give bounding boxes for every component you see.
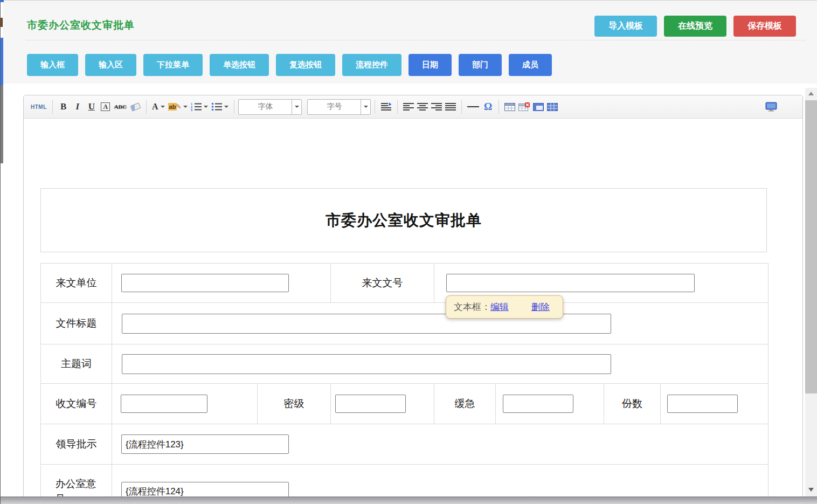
align-justify-button[interactable] <box>444 99 458 115</box>
insert-table-button[interactable] <box>503 99 517 115</box>
toolbar-separator <box>234 100 234 114</box>
scrollbar-thumb[interactable] <box>805 100 817 393</box>
chevron-down-icon <box>161 106 165 108</box>
toolbox-member-button[interactable]: 成员 <box>509 54 552 76</box>
screen-edge-artifact <box>1 85 3 163</box>
toolbox-flow-control-button[interactable]: 流程控件 <box>342 54 401 76</box>
delete-control-link[interactable]: 删除 <box>531 301 550 313</box>
toolbar-separator <box>498 100 499 114</box>
svg-text:3: 3 <box>191 108 192 111</box>
table-properties-button[interactable] <box>531 99 545 115</box>
toolbox-checkbox-button[interactable]: 复选按钮 <box>276 54 335 76</box>
unordered-list-button[interactable] <box>210 99 230 115</box>
chevron-down-icon <box>224 106 229 108</box>
align-left-button[interactable] <box>401 99 416 115</box>
table-row: 文件标题 <box>41 303 768 344</box>
chevron-down-icon <box>364 106 368 108</box>
save-template-button[interactable]: 保存模板 <box>733 16 796 37</box>
scroll-up-arrow-icon[interactable] <box>808 92 814 95</box>
align-center-icon <box>417 103 428 111</box>
online-preview-button[interactable]: 在线预览 <box>664 16 726 37</box>
delete-table-icon <box>518 102 530 111</box>
header-divider <box>26 40 806 40</box>
toolbox-date-button[interactable]: 日期 <box>408 54 452 76</box>
toolbar-separator <box>375 100 375 114</box>
doc-number-input[interactable] <box>446 274 695 292</box>
boxed-a-icon: A <box>101 102 110 111</box>
window-bottom-bar <box>0 496 817 504</box>
indent-icon <box>380 102 392 111</box>
chevron-down-icon <box>183 106 188 108</box>
security-level-input[interactable] <box>335 395 406 413</box>
ordered-list-button[interactable]: 1 2 3 <box>189 99 210 115</box>
font-size-select[interactable]: 字号 <box>307 99 371 115</box>
table-properties-icon <box>533 103 544 111</box>
character-border-button[interactable]: A <box>99 99 113 115</box>
toolbox-input-box-button[interactable]: 输入框 <box>27 54 78 76</box>
import-template-button[interactable]: 导入模板 <box>594 16 657 37</box>
eraser-icon <box>130 102 141 112</box>
security-level-label: 密级 <box>258 384 331 424</box>
security-level-cell <box>331 384 434 424</box>
remove-format-button[interactable] <box>128 99 142 115</box>
control-toolbox: 输入框 输入区 下拉菜单 单选按钮 复选按钮 流程控件 日期 部门 成员 <box>27 54 552 76</box>
copies-label: 份数 <box>604 384 661 424</box>
strikethrough-icon: ABC <box>114 103 127 110</box>
doc-title-label: 文件标题 <box>41 303 112 344</box>
select-arrow <box>361 100 370 114</box>
special-char-button[interactable]: Ω <box>481 99 495 115</box>
urgency-label: 缓急 <box>434 384 496 424</box>
chevron-down-icon <box>204 106 208 108</box>
header-panel: 市委办公室收文审批单 导入模板 在线预览 保存模板 输入框 输入区 下拉菜单 单… <box>3 2 817 84</box>
subject-input[interactable] <box>122 354 611 374</box>
doc-number-label: 来文文号 <box>331 264 434 303</box>
bold-button[interactable]: B <box>57 99 71 115</box>
vertical-scrollbar[interactable] <box>805 88 817 496</box>
toolbox-department-button[interactable]: 部门 <box>459 54 502 76</box>
copies-input[interactable] <box>667 395 738 413</box>
page-title: 市委办公室收文审批单 <box>27 18 135 32</box>
source-unit-input[interactable] <box>121 274 289 292</box>
receipt-number-input[interactable] <box>121 395 207 413</box>
toolbox-radio-button[interactable]: 单选按钮 <box>210 54 269 76</box>
html-source-icon: HTML <box>31 104 47 110</box>
toolbar-separator <box>146 100 147 114</box>
italic-button[interactable]: I <box>71 99 85 115</box>
receipt-number-cell <box>112 384 258 424</box>
approval-form-table: 来文单位 来文文号 文件标题 主题词 <box>40 263 768 504</box>
table-row: 主题词 <box>41 344 768 384</box>
cell-properties-button[interactable] <box>545 99 559 115</box>
font-color-button[interactable]: A <box>150 99 167 115</box>
toolbar-separator <box>461 100 462 114</box>
strikethrough-button[interactable]: ABC <box>113 99 128 115</box>
underline-icon: U <box>88 101 95 112</box>
leader-comments-label: 领导批示 <box>41 424 112 465</box>
insert-table-icon <box>504 103 515 111</box>
editor-canvas[interactable]: 市委办公室收文审批单 来文单位 来文文号 文件标题 <box>24 119 802 504</box>
chevron-down-icon <box>295 106 299 108</box>
cell-properties-icon <box>547 103 558 111</box>
edit-control-link[interactable]: 编辑 <box>490 301 509 313</box>
window-top-hairline-2 <box>0 2 817 2</box>
html-source-button[interactable]: HTML <box>29 99 49 115</box>
align-right-button[interactable] <box>430 99 444 115</box>
fullscreen-button[interactable] <box>764 99 779 115</box>
toolbar-separator <box>397 100 398 114</box>
scroll-down-arrow-icon[interactable] <box>808 488 814 492</box>
horizontal-rule-button[interactable] <box>466 99 481 115</box>
indent-button[interactable] <box>379 99 393 115</box>
font-family-select[interactable]: 字体 <box>238 99 302 115</box>
align-center-button[interactable] <box>416 99 430 115</box>
window-top-hairline <box>0 0 817 1</box>
underline-button[interactable]: U <box>85 99 99 115</box>
leader-comments-input[interactable] <box>121 434 289 454</box>
highlight-color-button[interactable]: ab ✎ <box>167 99 190 115</box>
toolbox-dropdown-button[interactable]: 下拉菜单 <box>143 54 203 76</box>
toolbox-input-area-button[interactable]: 输入区 <box>85 54 136 76</box>
align-justify-icon <box>445 103 456 111</box>
control-action-tooltip: 文本框： 编辑 删除 <box>446 295 563 319</box>
source-unit-label: 来文单位 <box>41 264 112 303</box>
delete-table-button[interactable] <box>517 99 531 115</box>
omega-icon: Ω <box>484 101 492 113</box>
urgency-input[interactable] <box>503 395 573 413</box>
